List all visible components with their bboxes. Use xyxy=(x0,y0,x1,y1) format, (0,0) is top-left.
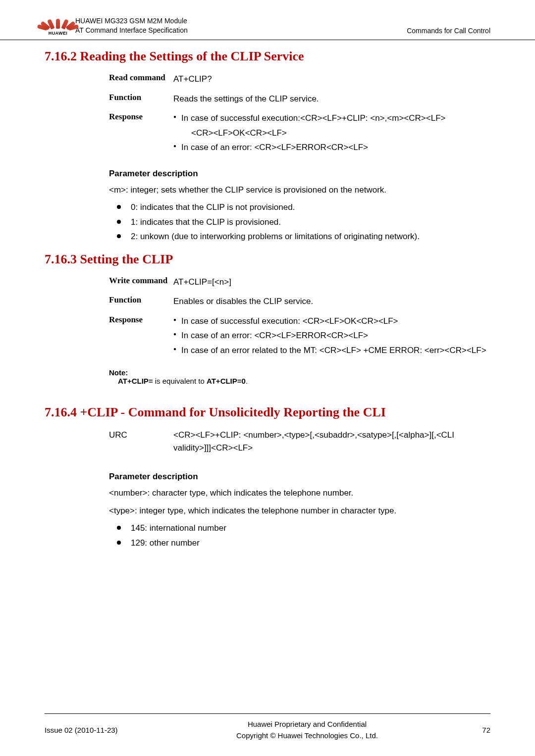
def-table-2: Write command AT+CLIP=[<n>] Function Ena… xyxy=(109,276,490,359)
response-bullet-1-sub: <CR><LF>OK<CR><LF> xyxy=(173,127,490,140)
page-footer: Issue 02 (2010-11-23) Huawei Proprietary… xyxy=(45,713,490,741)
note-block: Note: AT+CLIP= is equivalent to AT+CLIP=… xyxy=(109,368,490,385)
response-label-2: Response xyxy=(109,315,173,325)
read-command-value: AT+CLIP? xyxy=(173,73,490,86)
function-label: Function xyxy=(109,93,173,102)
type-item-129: 129: other number xyxy=(109,537,490,550)
note-post: AT+CLIP=0 xyxy=(207,377,246,385)
header-right: Commands for Call Control xyxy=(407,27,490,36)
param-item-0: 0: indicates that the CLIP is not provis… xyxy=(109,201,490,214)
response-bullet-1: In case of successful execution:<CR><LF>… xyxy=(173,112,490,125)
param-description-text-1: <m>: integer; sets whether the CLIP serv… xyxy=(109,184,490,197)
param-item-1: 1: indicates that the CLIP is provisione… xyxy=(109,216,490,229)
page-header: HUAWEI HUAWEI MG323 GSM M2M Module AT Co… xyxy=(0,0,535,40)
header-titles: HUAWEI MG323 GSM M2M Module AT Command I… xyxy=(75,16,407,36)
param-text-number: <number>: character type, which indicate… xyxy=(109,487,490,500)
footer-center-2: Copyright © Huawei Technologies Co., Ltd… xyxy=(163,730,451,742)
note-label: Note: xyxy=(109,368,490,377)
note-end: . xyxy=(246,377,248,385)
header-title-1: HUAWEI MG323 GSM M2M Module xyxy=(75,16,407,26)
section-title-7-16-4: 7.16.4 +CLIP - Command for Unsolicitedly… xyxy=(45,405,490,420)
response-bullet-2: In case of an error: <CR><LF>ERROR<CR><L… xyxy=(173,141,490,154)
param-text-type: <type>: integer type, which indicates th… xyxy=(109,504,490,517)
function-label-2: Function xyxy=(109,295,173,305)
type-item-145: 145: international number xyxy=(109,522,490,535)
param-description-head-1: Parameter description xyxy=(109,169,490,179)
section-title-7-16-2: 7.16.2 Reading the Settings of the CLIP … xyxy=(45,49,490,64)
resp2-bullet-1: In case of successful execution: <CR><LF… xyxy=(173,315,490,328)
footer-center-1: Huawei Proprietary and Confidential xyxy=(163,719,451,730)
footer-issue: Issue 02 (2010-11-23) xyxy=(45,726,163,734)
footer-page-number: 72 xyxy=(451,726,490,734)
logo-petals-icon xyxy=(47,12,69,30)
response-value-2: In case of successful execution: <CR><LF… xyxy=(173,315,490,359)
note-body: AT+CLIP= is equivalent to AT+CLIP=0. xyxy=(118,377,490,385)
logo-text: HUAWEI xyxy=(49,31,67,36)
response-value-1: In case of successful execution:<CR><LF>… xyxy=(173,112,490,156)
param-list-1: 0: indicates that the CLIP is not provis… xyxy=(109,201,490,243)
read-command-label: Read command xyxy=(109,73,173,83)
urc-row: URC <CR><LF>+CLIP: <number>,<type>[,<sub… xyxy=(109,429,490,454)
footer-center: Huawei Proprietary and Confidential Copy… xyxy=(163,719,451,741)
function-value: Reads the settings of the CLIP service. xyxy=(173,93,490,105)
def-table-1: Read command AT+CLIP? Function Reads the… xyxy=(109,73,490,156)
resp2-bullet-3: In case of an error related to the MT: <… xyxy=(173,344,490,357)
param-list-2: 145: international number 129: other num… xyxy=(109,522,490,549)
write-command-value: AT+CLIP=[<n>] xyxy=(173,276,490,289)
header-title-2: AT Command Interface Specification xyxy=(75,26,407,36)
write-command-label: Write command xyxy=(109,276,173,286)
urc-label: URC xyxy=(109,429,173,442)
param-item-2: 2: unkown (due to interworking problems … xyxy=(109,230,490,243)
param-description-head-2: Parameter description xyxy=(109,472,490,482)
note-mid: is equivalent to xyxy=(153,377,207,385)
response-label: Response xyxy=(109,112,173,122)
huawei-logo: HUAWEI xyxy=(45,9,71,36)
resp2-bullet-2: In case of an error: <CR><LF>ERROR<CR><L… xyxy=(173,329,490,342)
note-pre: AT+CLIP= xyxy=(118,377,153,385)
content: 7.16.2 Reading the Settings of the CLIP … xyxy=(0,49,535,549)
urc-value: <CR><LF>+CLIP: <number>,<type>[,<subaddr… xyxy=(173,429,490,454)
section-title-7-16-3: 7.16.3 Setting the CLIP xyxy=(45,252,490,267)
function-value-2: Enables or disables the CLIP service. xyxy=(173,295,490,308)
